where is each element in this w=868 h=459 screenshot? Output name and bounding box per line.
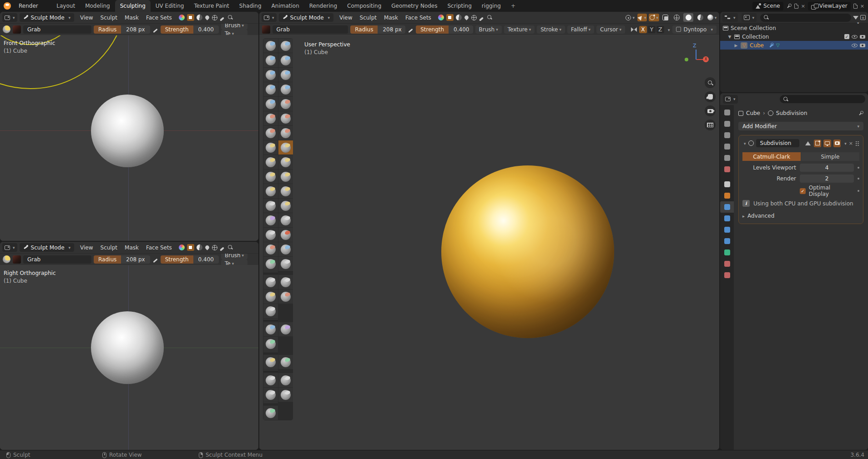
properties-tab-collection[interactable]: [720, 179, 734, 190]
viewport-menu-item[interactable]: Sculpt: [97, 15, 121, 21]
shading-solid-button[interactable]: [683, 13, 693, 22]
tool-clay-strips[interactable]: [278, 53, 293, 67]
pivot-point-dropdown[interactable]: [625, 14, 636, 21]
tool-inflate[interactable]: [263, 82, 278, 96]
color-attribute-icon[interactable]: [204, 15, 210, 20]
tool-line-project[interactable]: [263, 304, 278, 318]
properties-tab-render[interactable]: [720, 118, 734, 130]
matcap-icon[interactable]: [179, 244, 185, 250]
viewport-menu-item[interactable]: Face Sets: [142, 15, 176, 21]
tool-paint[interactable]: [278, 228, 293, 242]
workspace-tab[interactable]: Rendering: [304, 0, 342, 12]
world-overlay-icon[interactable]: [212, 245, 217, 250]
tool-draw-face-sets[interactable]: [263, 228, 278, 242]
properties-tab-modifiers[interactable]: [720, 201, 734, 213]
brush-popover[interactable]: Te: [221, 259, 247, 265]
dyntopo-checkbox[interactable]: [676, 27, 681, 32]
gizmo-x-axis[interactable]: X: [703, 56, 709, 62]
expand-icon[interactable]: ▶: [734, 43, 738, 48]
workspace-tab[interactable]: Scripting: [442, 0, 476, 12]
hide-in-viewport-icon[interactable]: [852, 35, 858, 39]
properties-tab-texture[interactable]: [720, 269, 734, 281]
tool-object-object[interactable]: [263, 271, 278, 273]
scene-selector[interactable]: Scene: [752, 2, 783, 10]
brush-texture-thumbnail[interactable]: [13, 255, 21, 264]
tool-box-mask[interactable]: [263, 275, 278, 289]
search-icon[interactable]: [487, 15, 493, 20]
tool-layer[interactable]: [278, 68, 293, 82]
properties-tab-scene[interactable]: [720, 152, 734, 164]
search-icon[interactable]: [227, 244, 233, 250]
brush-popover[interactable]: Stroke: [537, 25, 565, 34]
viewport-menu-item[interactable]: Face Sets: [142, 244, 176, 251]
properties-tab-tool[interactable]: [720, 107, 734, 118]
snapping-dropdown[interactable]: [637, 14, 647, 21]
workspace-tab[interactable]: Texture Paint: [189, 0, 234, 12]
tool-boundary[interactable]: [278, 199, 293, 213]
symmetry-dropdown[interactable]: [666, 26, 670, 33]
dyntopo-popover[interactable]: Dyntopo: [672, 25, 717, 34]
tool-multires-displacement-smear[interactable]: [278, 242, 293, 256]
new-scene-icon[interactable]: [794, 4, 798, 9]
render-levels-field[interactable]: 2: [800, 175, 854, 183]
tool-thumb[interactable]: [263, 170, 278, 184]
hide-in-viewport-icon[interactable]: [852, 44, 858, 47]
shading-solid-toggle[interactable]: [446, 14, 454, 21]
breadcrumb-object[interactable]: Cube: [746, 110, 760, 116]
active-brush-icon[interactable]: [3, 255, 10, 263]
add-modifier-button[interactable]: Add Modifier: [738, 122, 863, 130]
animate-dot-icon[interactable]: [858, 167, 859, 169]
viewport-menu-item[interactable]: Mask: [121, 15, 142, 21]
blender-logo[interactable]: [4, 2, 11, 10]
tool-draw-sharp[interactable]: [278, 39, 293, 53]
brush-overlay-icon[interactable]: [220, 245, 225, 250]
pressure-toggle-icon[interactable]: [152, 26, 158, 32]
mask-display-icon[interactable]: [197, 244, 202, 250]
tool-edit-face-set[interactable]: [263, 355, 278, 369]
outliner-row-cube[interactable]: ▶ ▽ Cube ▽: [720, 41, 868, 50]
menu-item[interactable]: Render: [15, 1, 44, 10]
brush-popover[interactable]: Texture: [504, 25, 535, 34]
properties-tab-particles[interactable]: [720, 213, 734, 224]
algor-simple[interactable]: Simple: [801, 152, 859, 161]
delete-modifier-icon[interactable]: ×: [849, 140, 853, 146]
tool-slide-relax[interactable]: [263, 199, 278, 213]
pan-button[interactable]: [705, 91, 716, 102]
tool-fill[interactable]: [278, 126, 293, 140]
animate-dot-icon[interactable]: [858, 190, 859, 192]
tool-object-object[interactable]: [263, 369, 278, 371]
tool-color-filter[interactable]: [263, 337, 278, 351]
tool-box-face-set[interactable]: [263, 289, 278, 304]
new-collection-icon[interactable]: +: [860, 15, 866, 20]
properties-tab-object-data[interactable]: [720, 247, 734, 258]
workspace-tab[interactable]: Animation: [267, 0, 304, 12]
modifier-name-field[interactable]: Subdivision: [756, 139, 800, 147]
pressure-toggle-icon[interactable]: [408, 26, 414, 32]
world-overlay-icon[interactable]: [471, 15, 477, 20]
algor-catmull-clark[interactable]: Catmull-Clark: [742, 152, 801, 161]
outliner-search-input[interactable]: [760, 14, 851, 22]
zoom-button[interactable]: [705, 77, 716, 88]
strength-slider[interactable]: Strength0.400: [161, 255, 219, 264]
new-view-layer-icon[interactable]: [853, 4, 858, 9]
brush-name-field[interactable]: Grab: [23, 25, 91, 34]
tool-rotate-tool[interactable]: [278, 373, 293, 387]
tool-multires-displacement-eraser[interactable]: [263, 242, 278, 256]
proportional-editing-dropdown[interactable]: [649, 14, 659, 21]
world-overlay-icon[interactable]: [212, 15, 217, 20]
properties-tab-physics[interactable]: [720, 224, 734, 235]
tool-grab[interactable]: [278, 140, 293, 155]
brush-popover[interactable]: Brush: [221, 253, 247, 259]
editor-type-button[interactable]: [723, 95, 738, 104]
workspace-tab[interactable]: UV Editing: [151, 0, 189, 12]
workspace-tab[interactable]: Geometry Nodes: [386, 0, 442, 12]
shading-solid-toggle[interactable]: [187, 244, 194, 251]
tool-mask-by-color[interactable]: [278, 355, 293, 369]
radius-slider[interactable]: Radius208 px: [94, 255, 150, 264]
matcap-icon[interactable]: [438, 15, 444, 20]
outliner-row-scene-collection[interactable]: Scene Collection: [720, 24, 868, 32]
shading-rendered-button[interactable]: [707, 13, 717, 22]
workspace-tab[interactable]: Shading: [234, 0, 267, 12]
tool-smear[interactable]: [278, 257, 293, 271]
active-brush-icon[interactable]: [3, 25, 10, 33]
